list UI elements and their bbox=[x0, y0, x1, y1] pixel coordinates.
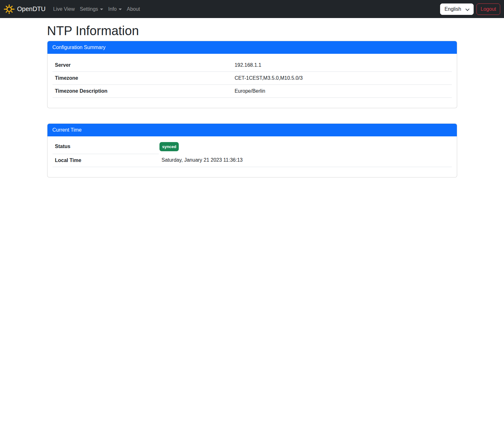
nav-item-live-view[interactable]: Live View bbox=[51, 4, 77, 15]
language-select-wrapper: English bbox=[440, 3, 474, 15]
current-time-card-body: Status synced Local Time Saturday, Janua… bbox=[47, 136, 457, 177]
navbar: OpenDTU Live View Settings Info About En… bbox=[0, 0, 504, 18]
navbar-right-controls: English Logout bbox=[440, 3, 500, 15]
brand-label: OpenDTU bbox=[17, 5, 46, 13]
row-label: Timezone Description bbox=[53, 85, 232, 98]
language-select[interactable]: English bbox=[440, 3, 474, 15]
row-label: Server bbox=[53, 59, 232, 72]
nav-item-settings-label: Settings bbox=[80, 6, 98, 12]
row-value: 192.168.1.1 bbox=[232, 59, 451, 72]
brand-link[interactable]: OpenDTU bbox=[4, 4, 46, 15]
nav-links: Live View Settings Info About bbox=[51, 4, 143, 15]
configuration-summary-table: Server 192.168.1.1 Timezone CET-1CEST,M3… bbox=[53, 59, 452, 98]
nav-item-settings[interactable]: Settings bbox=[77, 4, 106, 15]
table-row-status: Status synced bbox=[53, 140, 452, 154]
dropdown-caret-icon bbox=[119, 9, 122, 10]
page-title: NTP Information bbox=[47, 23, 457, 38]
nav-item-info[interactable]: Info bbox=[106, 4, 124, 15]
logout-button[interactable]: Logout bbox=[476, 3, 500, 15]
row-label: Local Time bbox=[53, 154, 159, 167]
nav-item-info-label: Info bbox=[108, 6, 117, 12]
nav-item-about[interactable]: About bbox=[124, 4, 143, 15]
configuration-summary-card-header: Configuration Summary bbox=[47, 41, 457, 54]
main-content: NTP Information Configuration Summary Se… bbox=[43, 23, 461, 178]
table-row-server: Server 192.168.1.1 bbox=[53, 59, 452, 72]
row-label: Status bbox=[53, 140, 159, 154]
row-value: CET-1CEST,M3.5.0,M10.5.0/3 bbox=[232, 72, 451, 85]
configuration-summary-card-body: Server 192.168.1.1 Timezone CET-1CEST,M3… bbox=[47, 54, 457, 108]
row-value: synced bbox=[159, 140, 451, 154]
dropdown-caret-icon bbox=[100, 9, 103, 10]
table-row-timezone: Timezone CET-1CEST,M3.5.0,M10.5.0/3 bbox=[53, 72, 452, 85]
configuration-summary-card: Configuration Summary Server 192.168.1.1… bbox=[47, 41, 457, 108]
current-time-card: Current Time Status synced Local Time Sa… bbox=[47, 123, 457, 178]
sun-icon bbox=[4, 4, 15, 15]
row-label: Timezone bbox=[53, 72, 232, 85]
table-row-timezone-description: Timezone Description Europe/Berlin bbox=[53, 85, 452, 98]
row-value: Saturday, January 21 2023 11:36:13 bbox=[159, 154, 451, 167]
table-row-local-time: Local Time Saturday, January 21 2023 11:… bbox=[53, 154, 452, 167]
current-time-card-header: Current Time bbox=[47, 124, 457, 136]
status-badge: synced bbox=[159, 142, 179, 151]
current-time-table: Status synced Local Time Saturday, Janua… bbox=[53, 140, 452, 167]
row-value: Europe/Berlin bbox=[232, 85, 451, 98]
